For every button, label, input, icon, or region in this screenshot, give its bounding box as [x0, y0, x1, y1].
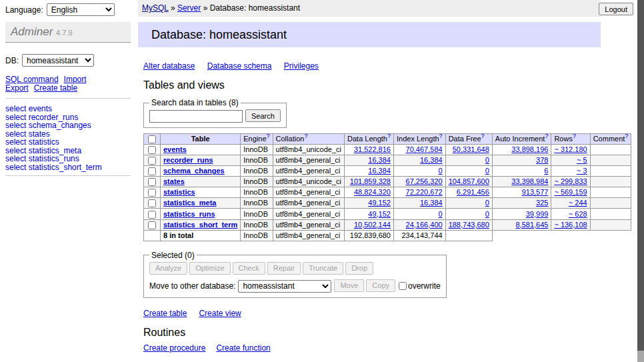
index-length-link[interactable]: 70,467,584 — [406, 145, 443, 153]
column-help-link[interactable]: ? — [573, 133, 576, 139]
create-function-link[interactable]: Create function — [216, 343, 270, 353]
rows-link[interactable]: ~ 299,833 — [554, 177, 587, 185]
rows-link[interactable]: ~ 569,159 — [554, 188, 587, 196]
database-schema-link[interactable]: Database schema — [207, 61, 272, 71]
create-view-link[interactable]: Create view — [199, 309, 241, 318]
data-length-link[interactable]: 10,502,144 — [354, 221, 391, 229]
index-length-link[interactable]: 24,166,400 — [406, 221, 443, 229]
privileges-link[interactable]: Privileges — [284, 61, 319, 71]
auto-increment-link[interactable]: 39,999 — [526, 210, 549, 218]
data-length-link[interactable]: 48,824,320 — [354, 188, 391, 196]
column-help-link[interactable]: ? — [387, 133, 391, 139]
rows-link[interactable]: ~ 136,108 — [554, 221, 587, 229]
index-length-link[interactable]: 67,256,320 — [406, 177, 443, 185]
row-checkbox[interactable] — [148, 189, 156, 197]
check-button[interactable]: Check — [233, 262, 265, 275]
column-help-link[interactable]: ? — [304, 133, 307, 139]
data-free-link[interactable]: 0 — [485, 167, 489, 175]
row-checkbox[interactable] — [148, 178, 156, 186]
table-name-link[interactable]: events — [163, 145, 187, 153]
data-length-link[interactable]: 31,522,816 — [354, 145, 391, 153]
column-help-link[interactable]: ? — [439, 133, 443, 139]
alter-database-link[interactable]: Alter database — [143, 61, 195, 71]
data-free-link[interactable]: 0 — [485, 199, 489, 207]
auto-increment-link[interactable]: 8,581,645 — [515, 221, 548, 229]
row-checkbox[interactable] — [148, 211, 156, 219]
search-button[interactable]: Search — [245, 109, 281, 122]
column-help-link[interactable]: ? — [267, 133, 270, 139]
table-name-link[interactable]: schema_changes — [163, 167, 225, 175]
row-checkbox[interactable] — [148, 221, 156, 229]
comment-cell — [590, 187, 631, 198]
data-length-link[interactable]: 49,152 — [368, 210, 391, 218]
search-input[interactable] — [149, 110, 243, 123]
index-length-link[interactable]: 0 — [439, 167, 443, 175]
data-free-link[interactable]: 50,331,648 — [453, 145, 489, 153]
index-length-link[interactable]: 16,384 — [420, 156, 443, 164]
rows-link[interactable]: ~ 312,180 — [554, 145, 587, 153]
create-table-sidebar-link[interactable]: Create table — [34, 83, 77, 93]
truncate-button[interactable]: Truncate — [303, 262, 343, 275]
create-procedure-link[interactable]: Create procedure — [143, 343, 205, 353]
data-free-link[interactable]: 188,743,680 — [449, 221, 489, 229]
data-length-link[interactable]: 101,859,328 — [350, 177, 391, 185]
scrollbar-thumb[interactable] — [637, 0, 644, 351]
auto-increment-link[interactable]: 378 — [536, 156, 548, 164]
table-name-link[interactable]: statistics — [163, 188, 195, 196]
sidebar-table-name-link[interactable]: statistics_short_term — [29, 163, 102, 172]
data-free-link[interactable]: 0 — [485, 156, 489, 164]
auto-increment-link[interactable]: 33,898,196 — [511, 145, 548, 153]
data-length-link[interactable]: 16,384 — [368, 167, 391, 175]
data-length-link[interactable]: 16,384 — [368, 156, 391, 164]
language-select[interactable]: English — [47, 3, 115, 16]
column-help-link[interactable]: ? — [625, 133, 628, 139]
repair-button[interactable]: Repair — [267, 262, 301, 275]
scrollbar[interactable] — [637, 0, 644, 362]
move-button[interactable]: Move — [334, 279, 364, 292]
sql-command-link[interactable]: SQL command — [5, 75, 59, 84]
table-name-link[interactable]: statistics_runs — [163, 210, 215, 218]
create-table-link[interactable]: Create table — [143, 309, 187, 318]
rows-link[interactable]: ~ 3 — [577, 167, 587, 175]
engine-cell: InnoDB — [241, 209, 273, 219]
overwrite-checkbox[interactable] — [399, 282, 407, 290]
table-name-link[interactable]: statistics_meta — [163, 199, 217, 207]
data-free-link[interactable]: 104,857,600 — [449, 177, 489, 185]
index-length-link[interactable]: 72,220,672 — [406, 188, 443, 196]
auto-increment-link[interactable]: 6 — [544, 167, 548, 175]
export-link[interactable]: Export — [5, 83, 29, 93]
db-select[interactable]: homeassistant — [22, 54, 94, 67]
row-checkbox[interactable] — [148, 157, 156, 165]
table-name-link[interactable]: recorder_runs — [163, 156, 213, 164]
move-db-select[interactable]: homeassistant — [238, 280, 331, 293]
data-free-link[interactable]: 6,291,456 — [457, 188, 489, 196]
row-checkbox[interactable] — [148, 146, 156, 154]
table-name-link[interactable]: statistics_short_term — [163, 221, 237, 229]
copy-button[interactable]: Copy — [366, 279, 395, 292]
adminer-logo-link[interactable]: Adminer — [11, 25, 53, 38]
column-help-link[interactable]: ? — [481, 133, 485, 139]
breadcrumb-server-link[interactable]: Server — [177, 3, 201, 13]
data-length-link[interactable]: 49,152 — [368, 199, 391, 207]
select-all-checkbox[interactable] — [148, 135, 156, 143]
select-table-link[interactable]: select — [5, 163, 26, 172]
logout-button[interactable]: Logout — [599, 3, 633, 15]
auto-increment-link[interactable]: 325 — [536, 199, 548, 207]
optimize-button[interactable]: Optimize — [189, 262, 230, 275]
table-name-link[interactable]: states — [163, 177, 185, 185]
index-length-link[interactable]: 16,384 — [420, 199, 443, 207]
index-length-link[interactable]: 0 — [439, 210, 443, 218]
auto-increment-link[interactable]: 913,577 — [522, 188, 549, 196]
rows-link[interactable]: ~ 5 — [577, 156, 587, 164]
row-checkbox[interactable] — [148, 167, 156, 175]
auto-increment-link[interactable]: 33,398,984 — [511, 177, 548, 185]
import-link[interactable]: Import — [64, 75, 87, 84]
drop-button[interactable]: Drop — [345, 262, 373, 275]
analyze-button[interactable]: Analyze — [149, 262, 187, 275]
rows-link[interactable]: ~ 628 — [569, 210, 587, 218]
data-free-link[interactable]: 0 — [485, 210, 489, 218]
breadcrumb-mysql-link[interactable]: MySQL — [142, 3, 169, 13]
rows-link[interactable]: ~ 244 — [569, 199, 587, 207]
row-checkbox[interactable] — [148, 199, 156, 207]
column-help-link[interactable]: ? — [545, 133, 548, 139]
